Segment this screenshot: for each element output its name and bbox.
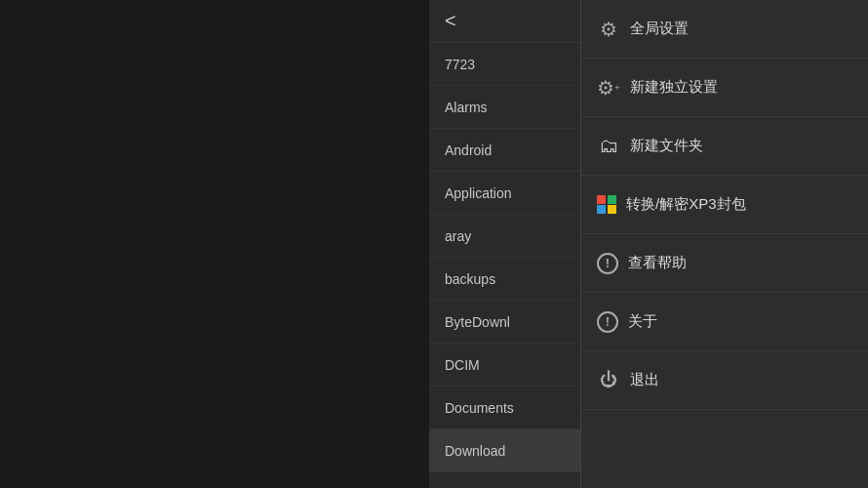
menu-item-view-help[interactable]: !查看帮助 (581, 234, 868, 293)
file-item-item-android[interactable]: Android (429, 129, 584, 172)
gear-plus-icon: ⚙+ (597, 76, 620, 100)
menu-item-label: 查看帮助 (628, 254, 687, 272)
info-icon: ! (597, 311, 618, 333)
file-item-item-download[interactable]: Download (429, 429, 584, 472)
file-item-item-dcim[interactable]: DCIM (429, 344, 584, 386)
file-item-item-bytedownload[interactable]: ByteDownl (429, 301, 584, 344)
back-icon: < (445, 10, 456, 32)
menu-item-global-settings[interactable]: ⚙全局设置 (581, 0, 868, 59)
file-list: 7723AlarmsAndroidApplicationaraybackupsB… (429, 43, 584, 472)
folder-icon: 🗂 (597, 135, 620, 158)
power-icon: ⏻ (597, 369, 620, 392)
menu-item-label: 新建文件夹 (630, 137, 703, 155)
menu-item-label: 转换/解密XP3封包 (626, 195, 746, 214)
menu-item-about[interactable]: !关于 (581, 293, 868, 351)
file-item-item-7723[interactable]: 7723 (429, 43, 584, 86)
file-item-item-application[interactable]: Application (429, 172, 584, 215)
file-item-item-backups[interactable]: backups (429, 258, 584, 301)
menu-item-label: 关于 (628, 312, 657, 331)
context-menu-panel: ⚙全局设置⚙+新建独立设置🗂新建文件夹转换/解密XP3封包!查看帮助!关于⏻退出 (580, 0, 868, 488)
context-menu: ⚙全局设置⚙+新建独立设置🗂新建文件夹转换/解密XP3封包!查看帮助!关于⏻退出 (581, 0, 868, 410)
file-item-item-documents[interactable]: Documents (429, 386, 584, 429)
back-button[interactable]: < (429, 0, 584, 43)
file-list-panel: < 7723AlarmsAndroidApplicationaraybackup… (429, 0, 585, 488)
menu-item-label: 新建独立设置 (630, 78, 718, 97)
menu-item-label: 全局设置 (630, 20, 689, 38)
menu-item-new-folder[interactable]: 🗂新建文件夹 (581, 117, 868, 176)
colorful-icon (597, 195, 616, 215)
gear-icon: ⚙ (597, 18, 620, 41)
menu-item-new-independent-settings[interactable]: ⚙+新建独立设置 (581, 59, 868, 117)
left-panel (0, 0, 429, 488)
info-icon: ! (597, 253, 618, 274)
file-item-item-alarms[interactable]: Alarms (429, 86, 584, 129)
file-item-item-aray[interactable]: aray (429, 215, 584, 258)
menu-item-convert-decrypt[interactable]: 转换/解密XP3封包 (581, 176, 868, 234)
menu-item-exit[interactable]: ⏻退出 (581, 351, 868, 410)
menu-item-label: 退出 (630, 371, 659, 389)
